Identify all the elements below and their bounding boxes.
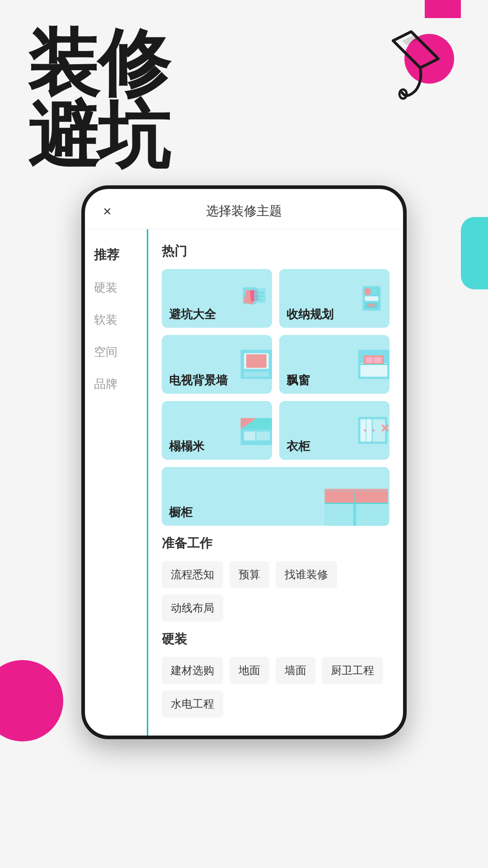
tag-grid-prep: 流程悉知 预算 找谁装修 动线布局 xyxy=(162,561,389,622)
close-button[interactable]: × xyxy=(103,203,112,220)
svg-rect-16 xyxy=(367,303,376,307)
tag-process[interactable]: 流程悉知 xyxy=(162,561,223,588)
svg-rect-27 xyxy=(366,357,373,363)
sidebar-item-space[interactable]: 空间 xyxy=(85,336,147,368)
svg-rect-25 xyxy=(360,363,387,377)
svg-point-41 xyxy=(364,429,366,432)
svg-rect-14 xyxy=(365,297,378,301)
deco-teal-shape xyxy=(461,217,488,289)
tag-grid-hard: 建材选购 地面 墙面 厨卫工程 水电工程 xyxy=(162,657,389,717)
sidebar-item-soft[interactable]: 软装 xyxy=(85,304,147,336)
svg-rect-20 xyxy=(246,354,267,368)
modal-content: 推荐 硬装 软装 空间 品牌 热门 xyxy=(85,229,403,736)
tag-budget[interactable]: 预算 xyxy=(230,561,269,588)
topic-card-tatami[interactable]: 榻榻米 xyxy=(162,401,272,460)
topic-card-wardrobe[interactable]: 衣柜 xyxy=(279,401,389,460)
card-label-avoid: 避坑大全 xyxy=(169,307,216,322)
tag-plumbing[interactable]: 水电工程 xyxy=(162,690,223,717)
card-label-storage: 收纳规划 xyxy=(286,307,333,322)
section-title-prep: 准备工作 xyxy=(162,535,389,552)
topic-card-avoid[interactable]: 避坑大全 xyxy=(162,269,272,328)
svg-rect-6 xyxy=(254,288,265,303)
svg-rect-34 xyxy=(244,431,255,440)
card-label-wardrobe: 衣柜 xyxy=(286,439,310,454)
modal-header: × 选择装修主题 xyxy=(85,189,403,229)
svg-rect-21 xyxy=(253,370,260,372)
section-title-hard: 硬装 xyxy=(162,631,389,648)
phone-mockup: × 选择装修主题 推荐 硬装 软装 空间 品牌 热门 xyxy=(81,185,407,739)
sidebar-item-brand[interactable]: 品牌 xyxy=(85,368,147,400)
topic-card-bay[interactable]: 飘窗 xyxy=(279,335,389,394)
svg-rect-12 xyxy=(365,288,370,295)
sidebar-item-recommend[interactable]: 推荐 xyxy=(85,238,147,272)
topic-card-cabinet[interactable]: 橱柜 xyxy=(162,467,389,526)
card-label-cabinet: 橱柜 xyxy=(169,505,192,520)
tag-materials[interactable]: 建材选购 xyxy=(162,657,223,684)
tag-layout[interactable]: 动线布局 xyxy=(162,594,223,622)
svg-rect-47 xyxy=(324,492,388,503)
topic-card-storage[interactable]: 收纳规划 xyxy=(279,269,389,328)
tag-contractor[interactable]: 找谁装修 xyxy=(276,561,337,588)
deco-pink-circle xyxy=(0,660,63,741)
svg-rect-35 xyxy=(256,431,270,440)
sidebar-item-hard[interactable]: 硬装 xyxy=(85,272,147,304)
modal-title: 选择装修主题 xyxy=(206,203,282,220)
tag-wall[interactable]: 墙面 xyxy=(276,657,315,684)
section-title-popular: 热门 xyxy=(162,243,389,260)
tag-kitchen-bath[interactable]: 厨卫工程 xyxy=(322,657,383,684)
card-label-tatami: 榻榻米 xyxy=(169,439,204,454)
svg-rect-28 xyxy=(374,357,381,363)
paint-bucket-icon-container xyxy=(380,23,461,106)
svg-rect-52 xyxy=(324,489,388,492)
card-label-bay: 飘窗 xyxy=(286,373,310,388)
svg-rect-48 xyxy=(324,504,354,526)
content-area: 热门 避坑大全 xyxy=(148,229,403,736)
svg-rect-22 xyxy=(244,372,269,377)
topic-grid-popular: 避坑大全 收纳规划 xyxy=(162,269,389,526)
tag-floor[interactable]: 地面 xyxy=(230,657,269,684)
paint-bucket-icon xyxy=(380,23,461,104)
svg-rect-49 xyxy=(356,504,388,526)
card-label-tv: 电视背景墙 xyxy=(169,373,228,388)
topic-card-tv[interactable]: 电视背景墙 xyxy=(162,335,272,394)
sidebar: 推荐 硬装 软装 空间 品牌 xyxy=(85,229,148,736)
svg-point-42 xyxy=(372,429,375,432)
svg-rect-13 xyxy=(371,288,378,295)
